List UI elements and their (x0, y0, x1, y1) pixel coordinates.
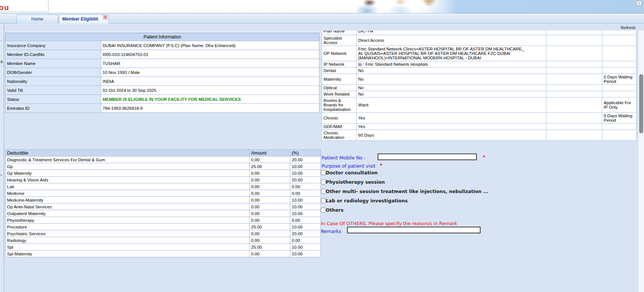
benefit-note: 0 Days Waiting Period (602, 112, 637, 123)
benefit-value: Direct Access (357, 35, 546, 46)
benefit-row: OP Network Fmc Standard Network Clinics+… (322, 46, 637, 61)
deductible-header-pct: (%) (290, 150, 321, 156)
deductible-pct: 0.00 (290, 237, 321, 244)
benefit-value: Yes (357, 123, 546, 130)
vertical-scrollbar-thumb[interactable] (639, 74, 643, 133)
main-content: Refresh Patient Information Insurance Co… (0, 24, 644, 292)
benefit-label: Rooms & Boards for hospitalisation (322, 97, 357, 112)
deductible-name: Spl Maternity (6, 251, 250, 257)
deductible-row: Psychiatric Services 0.00 20.00 (6, 230, 321, 237)
deductible-amount: 0.00 (250, 183, 290, 190)
tab-member-eligibility[interactable]: Member Eligibilit ❌ (59, 15, 109, 24)
patient-info-row: Insurance Company DUBAI INSURANCE COMPAN… (6, 41, 319, 50)
purpose-checkbox[interactable] (321, 208, 326, 212)
patient-info-label: Emirates ID (6, 104, 101, 113)
benefit-label: Plan Name (322, 31, 357, 35)
benefit-value: No (357, 74, 546, 84)
purpose-checkbox[interactable] (321, 170, 326, 175)
purpose-option-label: Lab or radiology investigations (326, 198, 408, 204)
benefit-value: Ip : Fmc Standard Network Hospitals (357, 61, 546, 67)
benefit-note (602, 67, 637, 74)
deductible-name: Spl (6, 244, 250, 251)
patient-info-label: DOB/Gender (6, 68, 101, 77)
benefit-value: DIC-TM (357, 31, 546, 35)
deductible-pct: 20.00 (290, 177, 321, 183)
strip-clipped-text: k (1, 59, 3, 64)
benefit-spacer (546, 84, 602, 91)
remarks-input[interactable] (347, 227, 481, 233)
benefit-row: Maternity No 0 Days Waiting Period (322, 74, 637, 84)
patient-mobile-input[interactable] (378, 153, 477, 160)
left-side-strip: - k ◂ (0, 24, 4, 292)
purpose-checkbox[interactable] (321, 189, 326, 194)
patient-mobile-label: Patient Mobile No : (322, 155, 366, 161)
deductible-amount: 0.00 (250, 251, 290, 257)
purpose-checkbox[interactable] (321, 198, 326, 203)
deductible-amount: 0.00 (250, 156, 290, 163)
purpose-label: Purpose of patient visit (322, 163, 375, 169)
purpose-options: Doctor consultation Physiotherapy sessio… (321, 170, 488, 217)
benefit-label: GDF/MAF (322, 123, 357, 130)
deductible-row: Gp 25.00 10.00 (6, 163, 321, 170)
deductible-pct: 20.00 (290, 230, 321, 237)
deductible-name: Gp (6, 163, 250, 170)
benefit-label: Chronic Medication (322, 130, 357, 140)
deductible-row: Gp Maternity 0.00 10.00 (6, 170, 321, 177)
benefit-spacer (546, 74, 602, 84)
deductible-row: Radiology 0.00 0.00 (6, 237, 321, 244)
benefit-spacer (546, 91, 602, 97)
benefit-label: Work Related (322, 91, 357, 97)
deductible-amount: 0.00 (250, 204, 290, 210)
patient-info-row: DOB/Gender 10 Nov 1993 / Male (6, 68, 319, 77)
purpose-checkbox[interactable] (321, 180, 326, 184)
deductible-name: Physiotherapy (6, 217, 250, 224)
deductible-amount: 0.00 (250, 237, 290, 244)
others-warning-text: In Case Of OTHERS, Please specify the re… (321, 221, 457, 226)
plan-benefits-table: Plan Name DIC-TM Specialist Access Direc… (322, 31, 637, 141)
patient-info-value: 784-1993-9626818-9 (101, 104, 319, 113)
benefit-row: Chronic Medication 60 Days (322, 130, 637, 140)
purpose-required-asterisk: * (380, 162, 382, 168)
benefit-label: OP Network (322, 46, 357, 61)
refresh-link[interactable]: Refresh (621, 25, 636, 30)
benefit-note (602, 84, 637, 91)
vertical-scrollbar-track[interactable] (638, 31, 644, 292)
deductible-pct: 20.00 (290, 156, 321, 163)
benefit-spacer (546, 130, 602, 140)
patient-information-panel: Patient Information Insurance Company DU… (5, 33, 319, 113)
benefit-note (602, 123, 637, 130)
deductible-name: Diagnostic & Treatment Services For Dent… (6, 156, 250, 163)
benefit-label: Maternity (322, 74, 357, 84)
deductible-header-name: Deductible (6, 150, 250, 156)
tab-home[interactable]: Home (16, 15, 58, 24)
patient-info-row: Nationality INDIA (6, 77, 319, 86)
benefit-value: No (357, 91, 546, 97)
patient-info-row: Status MEMBER IS ELIGIBLE IN YOUR FACILI… (6, 95, 319, 104)
collapse-arrow-icon[interactable]: ◂ (0, 173, 2, 177)
deductible-name: Medicine-Maternity (6, 197, 250, 204)
deductible-name: Outpatient Maternity (6, 210, 250, 217)
deductible-pct: 10.00 (290, 204, 321, 210)
deductible-row: Op Ante-Natal Services 0.00 10.00 (6, 204, 321, 210)
benefit-spacer (546, 97, 602, 112)
deductible-name: Lab (6, 183, 250, 190)
deductible-amount: 0.00 (250, 170, 290, 177)
patient-info-label: Member Name (6, 59, 101, 68)
patient-info-row: Emirates ID 784-1993-9626818-9 (6, 104, 319, 113)
tab-close-icon[interactable]: ❌ (103, 15, 107, 20)
patient-info-label: Valid Till (6, 86, 101, 95)
deductible-amount: 0.00 (250, 190, 290, 197)
deductible-row: Medicine 0.00 0.00 (6, 190, 321, 197)
remarks-label: Remarks (321, 229, 341, 234)
deductible-pct: 0.00 (290, 190, 321, 197)
benefit-note (602, 46, 637, 61)
benefit-value: 60 Days (357, 130, 546, 140)
purpose-option: Doctor consultation (321, 170, 488, 175)
purpose-option: Physiotherapy session (321, 179, 488, 185)
strip-dash-icon: - (1, 38, 2, 43)
patient-info-row: Member ID-CardNo I005-010-114604753-01 (6, 50, 319, 59)
deductible-row: Physiotherapy 0.00 0.00 (6, 217, 321, 224)
deductible-panel: Deductible Amount (%) Diagnostic & Treat… (5, 149, 321, 257)
benefit-value: Fmc Standard Network Clinics+ASTER HOSPI… (357, 46, 546, 61)
deductible-table: Deductible Amount (%) Diagnostic & Treat… (5, 149, 321, 257)
